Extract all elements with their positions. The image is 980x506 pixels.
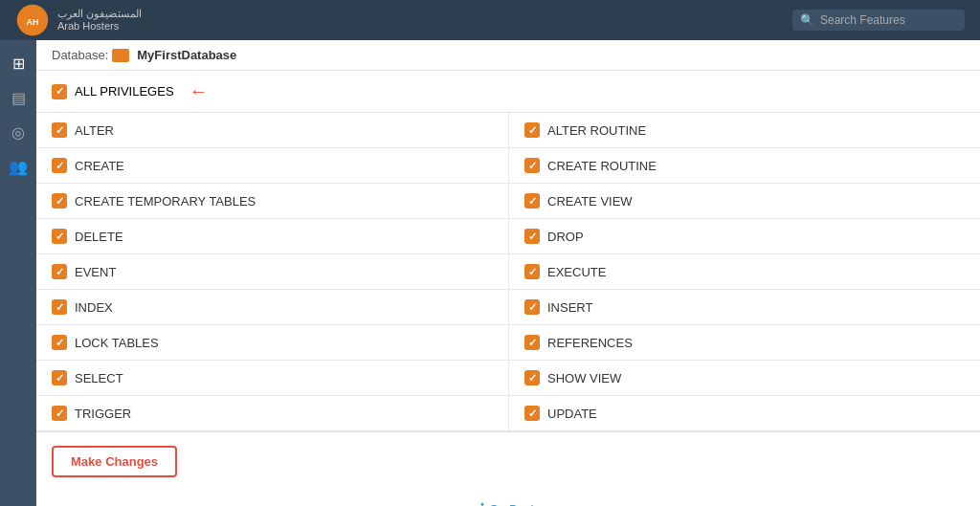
priv-cell-left: SELECT bbox=[36, 361, 508, 396]
go-back-label: Go Back bbox=[489, 502, 537, 506]
button-row: Make Changes bbox=[36, 431, 980, 491]
priv-checkbox[interactable] bbox=[52, 406, 67, 421]
search-icon: 🔍 bbox=[800, 13, 814, 27]
all-privileges-checkbox[interactable] bbox=[52, 84, 67, 99]
all-privileges-label: ALL PRIVILEGES bbox=[75, 84, 174, 99]
logo-line2: Arab Hosters bbox=[57, 20, 142, 33]
db-name: MyFirstDatabase bbox=[137, 48, 236, 62]
top-nav: AH المستضيفون العرب Arab Hosters 🔍 Searc… bbox=[0, 0, 980, 40]
priv-checkbox[interactable] bbox=[52, 335, 67, 350]
priv-checkbox[interactable] bbox=[52, 299, 67, 315]
priv-cell-left: DELETE bbox=[36, 219, 508, 254]
priv-checkbox[interactable] bbox=[524, 229, 540, 244]
priv-checkbox[interactable] bbox=[524, 299, 540, 315]
logo-icon: AH bbox=[15, 3, 50, 37]
sidebar-icon-theme[interactable]: ◎ bbox=[3, 117, 33, 147]
priv-cell-right: ALTER ROUTINE bbox=[508, 113, 980, 148]
priv-cell-left: LOCK TABLES bbox=[36, 325, 508, 361]
priv-cell-right: REFERENCES bbox=[508, 325, 980, 361]
content-area: Database: MyFirstDatabase ALL PRIVILEGES… bbox=[36, 40, 980, 506]
priv-cell-left: INDEX bbox=[36, 290, 508, 325]
svg-text:AH: AH bbox=[27, 17, 39, 27]
priv-cell-right: UPDATE bbox=[508, 396, 980, 431]
priv-checkbox[interactable] bbox=[52, 264, 67, 279]
priv-checkbox[interactable] bbox=[524, 193, 540, 209]
priv-cell-right: EXECUTE bbox=[508, 254, 980, 290]
privileges-grid: ALTERALTER ROUTINECREATECREATE ROUTINECR… bbox=[36, 113, 980, 431]
make-changes-button[interactable]: Make Changes bbox=[52, 446, 177, 477]
priv-checkbox[interactable] bbox=[52, 122, 67, 138]
red-arrow-icon: ← bbox=[189, 80, 209, 102]
search-box[interactable]: 🔍 Search Features bbox=[792, 10, 965, 31]
db-label: Database: bbox=[52, 48, 108, 62]
priv-cell-left: CREATE TEMPORARY TABLES bbox=[36, 184, 508, 219]
priv-checkbox[interactable] bbox=[524, 335, 540, 350]
priv-checkbox[interactable] bbox=[52, 229, 67, 244]
priv-cell-right: CREATE VIEW bbox=[508, 184, 980, 219]
priv-checkbox[interactable] bbox=[52, 193, 67, 209]
db-header: Database: MyFirstDatabase bbox=[36, 40, 980, 71]
priv-cell-left: EVENT bbox=[36, 254, 508, 290]
priv-checkbox[interactable] bbox=[524, 406, 540, 421]
go-back-link[interactable]: ℹ Go Back bbox=[479, 500, 537, 506]
priv-checkbox[interactable] bbox=[524, 158, 540, 173]
priv-cell-left: CREATE bbox=[36, 148, 508, 184]
priv-checkbox[interactable] bbox=[524, 370, 540, 385]
logo-line1: المستضيفون العرب bbox=[57, 8, 142, 20]
priv-checkbox[interactable] bbox=[524, 122, 540, 138]
priv-checkbox[interactable] bbox=[52, 158, 67, 173]
go-back-icon: ℹ bbox=[479, 500, 485, 506]
arrow-indicator: ← bbox=[189, 80, 209, 102]
logo-text: المستضيفون العرب Arab Hosters bbox=[57, 8, 142, 33]
db-icon bbox=[112, 49, 129, 62]
main-layout: ⊞ ▤ ◎ 👥 Database: MyFirstDatabase ALL PR… bbox=[0, 40, 980, 506]
sidebar-icon-chart[interactable]: ▤ bbox=[3, 82, 33, 113]
priv-checkbox[interactable] bbox=[52, 370, 67, 385]
priv-cell-right: DROP bbox=[508, 219, 980, 254]
search-placeholder: Search Features bbox=[820, 13, 905, 27]
priv-checkbox[interactable] bbox=[524, 264, 540, 279]
priv-cell-left: ALTER bbox=[36, 113, 508, 148]
sidebar-icon-users[interactable]: 👥 bbox=[3, 151, 33, 182]
sidebar-icon-grid[interactable]: ⊞ bbox=[3, 48, 33, 78]
priv-cell-right: INSERT bbox=[508, 290, 980, 325]
priv-cell-left: TRIGGER bbox=[36, 396, 508, 431]
all-privileges-row: ALL PRIVILEGES ← bbox=[36, 71, 980, 113]
go-back-row: ℹ Go Back bbox=[36, 491, 980, 506]
priv-cell-right: SHOW VIEW bbox=[508, 361, 980, 396]
sidebar: ⊞ ▤ ◎ 👥 bbox=[0, 40, 36, 506]
priv-cell-right: CREATE ROUTINE bbox=[508, 148, 980, 184]
logo-area: AH المستضيفون العرب Arab Hosters bbox=[15, 3, 142, 37]
